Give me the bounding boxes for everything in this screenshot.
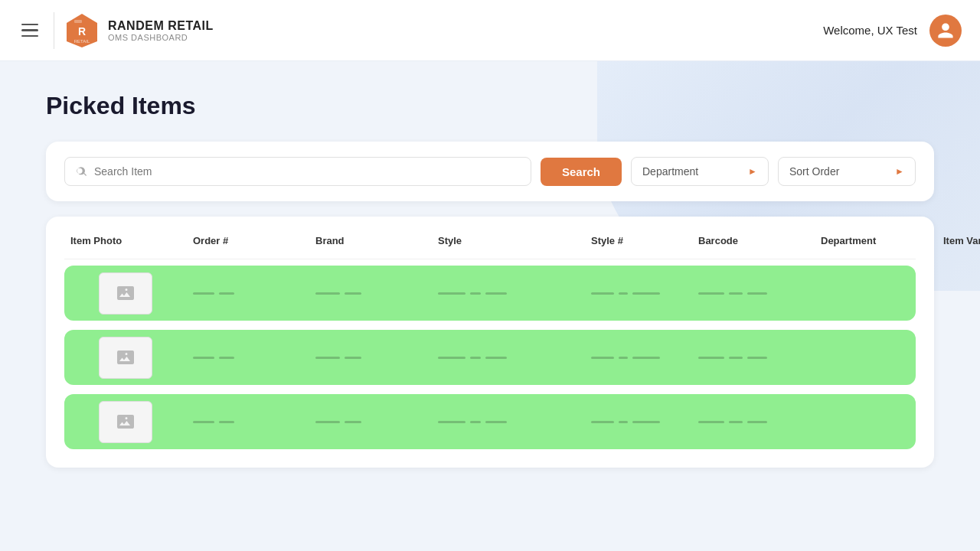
- welcome-text: Welcome, UX Test: [823, 24, 917, 37]
- cell-brand: [309, 415, 432, 429]
- search-input[interactable]: [94, 165, 520, 178]
- logo-area: R RETAIL RANDEM RETAIL OMS DASHBOARD: [54, 12, 214, 49]
- col-style: Style: [432, 235, 585, 246]
- col-order-num: Order #: [187, 235, 309, 246]
- cell-barcode: [692, 415, 815, 429]
- col-barcode: Barcode: [692, 235, 815, 246]
- style-num-placeholder: [591, 292, 660, 295]
- photo-placeholder: [99, 337, 152, 379]
- image-icon: [116, 412, 135, 431]
- search-icon: [76, 165, 88, 178]
- department-label: Department: [642, 165, 698, 178]
- cell-department: [815, 351, 916, 364]
- image-icon: [116, 284, 135, 302]
- cell-department: [815, 416, 916, 428]
- brand-sub: OMS DASHBOARD: [108, 33, 214, 42]
- table-card: Item Photo Order # Brand Style Style # B…: [46, 217, 934, 468]
- barcode-placeholder: [698, 421, 767, 423]
- department-chevron-icon: ►: [748, 166, 757, 177]
- brand-placeholder: [315, 292, 361, 295]
- order-placeholder: [193, 292, 234, 295]
- cell-style-num: [585, 286, 692, 301]
- cell-order: [187, 415, 309, 429]
- barcode-placeholder: [698, 292, 767, 295]
- cell-barcode: [692, 350, 815, 365]
- user-avatar[interactable]: [929, 15, 962, 47]
- sort-order-dropdown[interactable]: Sort Order ►: [778, 157, 916, 186]
- col-item-variant: Item Variant: [937, 235, 980, 246]
- cell-photo: [64, 331, 187, 385]
- cell-style-num: [585, 350, 692, 365]
- svg-text:RETAIL: RETAIL: [74, 39, 90, 44]
- brand-placeholder: [315, 357, 361, 359]
- cell-brand: [309, 350, 432, 365]
- image-icon: [116, 348, 135, 367]
- page-title: Picked Items: [46, 92, 934, 120]
- table-row[interactable]: [64, 394, 916, 449]
- style-num-placeholder: [591, 357, 660, 359]
- style-placeholder: [438, 357, 507, 359]
- cell-brand: [309, 286, 432, 301]
- cell-photo: [64, 395, 187, 449]
- search-card: Search Department ► Sort Order ►: [46, 142, 934, 201]
- cell-style-num: [585, 415, 692, 429]
- table-header: Item Photo Order # Brand Style Style # B…: [64, 235, 916, 259]
- hamburger-menu[interactable]: [18, 21, 41, 41]
- cell-order: [187, 350, 309, 365]
- photo-placeholder: [99, 272, 152, 315]
- cell-style: [432, 415, 585, 429]
- barcode-placeholder: [698, 357, 767, 359]
- cell-style: [432, 286, 585, 301]
- svg-text:R: R: [78, 25, 86, 37]
- cell-photo: [64, 266, 187, 321]
- user-icon: [936, 21, 955, 40]
- table-row[interactable]: [64, 330, 916, 385]
- col-brand: Brand: [309, 235, 432, 246]
- cell-barcode: [692, 286, 815, 301]
- cell-style: [432, 350, 585, 365]
- brand-name: RANDEM RETAIL: [108, 19, 214, 33]
- search-button[interactable]: Search: [541, 158, 622, 186]
- col-item-photo: Item Photo: [64, 235, 187, 246]
- order-placeholder: [193, 421, 234, 423]
- style-num-placeholder: [591, 421, 660, 423]
- sort-order-label: Sort Order: [789, 165, 839, 178]
- table-row[interactable]: [64, 266, 916, 321]
- header-left: R RETAIL RANDEM RETAIL OMS DASHBOARD: [18, 12, 214, 49]
- svg-rect-1: [74, 20, 82, 23]
- department-dropdown[interactable]: Department ►: [631, 157, 769, 186]
- order-placeholder: [193, 357, 234, 359]
- col-department: Department: [815, 235, 937, 246]
- brand-placeholder: [315, 421, 361, 423]
- style-placeholder: [438, 421, 507, 423]
- main-content: Picked Items Search Department ► Sort Or…: [0, 61, 980, 498]
- col-style-num: Style #: [585, 235, 692, 246]
- style-placeholder: [438, 292, 507, 295]
- cell-order: [187, 286, 309, 301]
- brand-text: RANDEM RETAIL OMS DASHBOARD: [108, 19, 214, 42]
- search-input-wrap: [64, 157, 531, 186]
- cell-department: [815, 287, 916, 299]
- header: R RETAIL RANDEM RETAIL OMS DASHBOARD Wel…: [0, 0, 980, 61]
- brand-logo: R RETAIL: [64, 12, 100, 49]
- header-right: Welcome, UX Test: [823, 15, 962, 47]
- photo-placeholder: [99, 401, 152, 443]
- sort-order-chevron-icon: ►: [895, 166, 904, 177]
